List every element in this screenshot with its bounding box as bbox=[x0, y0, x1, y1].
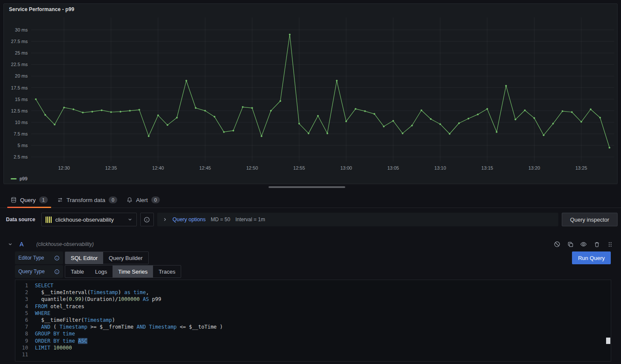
svg-text:12:45: 12:45 bbox=[199, 165, 211, 170]
svg-text:13:00: 13:00 bbox=[340, 165, 352, 170]
database-icon bbox=[11, 197, 17, 203]
svg-text:12:40: 12:40 bbox=[152, 165, 164, 170]
svg-text:12:55: 12:55 bbox=[293, 165, 305, 170]
query-row-actions bbox=[554, 241, 613, 248]
editor-overview-cursor bbox=[606, 338, 610, 344]
datasource-label: Data source bbox=[6, 217, 35, 222]
tab-alert-label: Alert bbox=[136, 197, 148, 203]
remove-query-button[interactable] bbox=[593, 241, 600, 248]
query-options-md: MD = 50 bbox=[211, 217, 231, 222]
horizontal-scrollbar[interactable] bbox=[269, 186, 345, 188]
duplicate-query-button[interactable] bbox=[567, 241, 574, 248]
query-type-toggle: Table Logs Time Series Traces bbox=[65, 265, 181, 278]
bell-icon bbox=[127, 197, 133, 203]
info-circle-icon[interactable] bbox=[54, 269, 60, 274]
svg-text:20 ms: 20 ms bbox=[15, 73, 28, 78]
svg-text:13:20: 13:20 bbox=[529, 165, 540, 170]
hide-response-button[interactable] bbox=[580, 241, 587, 248]
trash-icon bbox=[594, 241, 600, 248]
tab-alert-count: 0 bbox=[151, 196, 160, 203]
editor-type-toggle: SQL Editor Query Builder bbox=[65, 251, 149, 264]
query-inspector-button[interactable]: Query inspector bbox=[562, 213, 618, 226]
svg-text:12.5 ms: 12.5 ms bbox=[11, 108, 28, 113]
info-circle-icon bbox=[144, 217, 150, 223]
run-query-button[interactable]: Run Query bbox=[572, 251, 611, 264]
query-type-option-table[interactable]: Table bbox=[65, 266, 90, 277]
query-type-row: Query Type Table Logs Time Series Traces bbox=[15, 265, 181, 278]
chevron-right-icon[interactable] bbox=[162, 217, 168, 222]
query-options-bar: Query options MD = 50 Interval = 1m bbox=[157, 213, 558, 226]
query-editor-tabs: Query 1 Transform data 0 Alert 0 bbox=[0, 192, 621, 208]
sql-code-lines: 1SELECT2 $__timeInterval(Timestamp) as t… bbox=[15, 282, 611, 358]
query-type-option-time-series[interactable]: Time Series bbox=[113, 266, 153, 277]
disable-query-button[interactable] bbox=[554, 241, 560, 248]
panel-title[interactable]: Service Performance - p99 bbox=[4, 4, 617, 15]
svg-text:30 ms: 30 ms bbox=[15, 27, 28, 32]
timeseries-chart[interactable]: 2.5 ms5 ms7.5 ms10 ms12.5 ms15 ms17.5 ms… bbox=[4, 15, 617, 173]
circle-slash-icon bbox=[554, 241, 560, 248]
tab-alert[interactable]: Alert 0 bbox=[122, 192, 165, 208]
editor-type-option-query-builder[interactable]: Query Builder bbox=[103, 252, 148, 264]
query-ref-id: A bbox=[20, 241, 23, 248]
copy-icon bbox=[567, 241, 574, 248]
chevron-down-icon bbox=[127, 217, 133, 222]
svg-text:13:10: 13:10 bbox=[434, 165, 446, 170]
svg-text:12:50: 12:50 bbox=[246, 165, 258, 170]
svg-text:25 ms: 25 ms bbox=[15, 50, 28, 55]
datasource-picker[interactable]: clickhouse-observability bbox=[41, 213, 137, 226]
editor-type-row: Editor Type SQL Editor Query Builder bbox=[15, 251, 149, 264]
query-row-header: A (clickhouse-observability) bbox=[3, 238, 618, 251]
datasource-row: Data source clickhouse-observability Que… bbox=[3, 213, 618, 226]
tab-transform-label: Transform data bbox=[66, 197, 105, 203]
svg-text:13:15: 13:15 bbox=[481, 165, 493, 170]
query-type-option-logs[interactable]: Logs bbox=[90, 266, 113, 277]
drag-dots-icon bbox=[607, 241, 613, 248]
tab-query-count: 1 bbox=[39, 196, 48, 203]
svg-text:13:25: 13:25 bbox=[575, 165, 587, 170]
query-options-interval: Interval = 1m bbox=[235, 217, 265, 222]
svg-text:2.5 ms: 2.5 ms bbox=[14, 154, 28, 159]
svg-text:7.5 ms: 7.5 ms bbox=[14, 131, 28, 136]
tab-query[interactable]: Query 1 bbox=[6, 192, 52, 208]
svg-text:13:05: 13:05 bbox=[387, 165, 399, 170]
query-options-link[interactable]: Query options bbox=[173, 217, 206, 222]
collapse-chevron-icon[interactable] bbox=[8, 242, 13, 247]
clickhouse-logo-icon bbox=[46, 217, 52, 223]
tab-query-label: Query bbox=[20, 197, 36, 203]
svg-text:27.5 ms: 27.5 ms bbox=[11, 39, 28, 44]
query-type-option-traces[interactable]: Traces bbox=[153, 266, 181, 277]
legend-series-label[interactable]: p99 bbox=[20, 176, 27, 181]
svg-text:10 ms: 10 ms bbox=[15, 120, 28, 125]
editor-type-label: Editor Type bbox=[15, 251, 63, 264]
tab-transform-data[interactable]: Transform data 0 bbox=[52, 192, 122, 208]
svg-text:5 ms: 5 ms bbox=[17, 143, 28, 148]
svg-text:15 ms: 15 ms bbox=[15, 97, 28, 102]
query-type-label: Query Type bbox=[15, 265, 63, 278]
tab-transform-count: 0 bbox=[109, 196, 117, 203]
datasource-selected-value: clickhouse-observability bbox=[55, 217, 124, 223]
query-datasource-hint: (clickhouse-observability) bbox=[36, 241, 94, 247]
eye-icon bbox=[580, 241, 587, 248]
editor-type-option-sql-editor[interactable]: SQL Editor bbox=[65, 252, 103, 264]
legend-series-swatch bbox=[11, 178, 17, 179]
transform-icon bbox=[57, 197, 63, 203]
timeseries-panel: Service Performance - p99 2.5 ms5 ms7.5 … bbox=[3, 3, 618, 184]
info-circle-icon[interactable] bbox=[54, 255, 60, 261]
svg-text:22.5 ms: 22.5 ms bbox=[11, 62, 28, 67]
sql-code-editor[interactable]: 1SELECT2 $__timeInterval(Timestamp) as t… bbox=[15, 280, 611, 361]
svg-text:12:30: 12:30 bbox=[58, 165, 70, 170]
datasource-help-button[interactable] bbox=[140, 213, 154, 226]
svg-text:12:35: 12:35 bbox=[105, 165, 117, 170]
drag-query-handle[interactable] bbox=[607, 241, 613, 248]
svg-text:17.5 ms: 17.5 ms bbox=[11, 85, 28, 90]
